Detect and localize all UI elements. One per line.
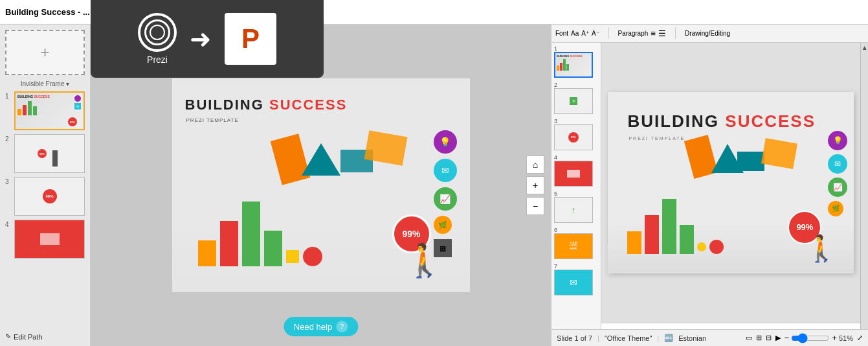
slide-thumb-4[interactable]: 4 xyxy=(5,220,85,259)
paragraph-group: Paragraph ≡ ☰ xyxy=(618,29,666,38)
home-tool-button[interactable]: ⌂ xyxy=(526,156,544,174)
slide-strip: 1 BUILDING SUCCESS xyxy=(551,43,601,346)
ppt-red-dot xyxy=(709,240,724,254)
status-right: ▭ ⊞ ⊟ ▶ − + 51% ⤢ xyxy=(746,333,863,343)
right-panel: Font Aa A⁺ A⁻ Paragraph ≡ ☰ Drawing/Edit… xyxy=(551,25,868,346)
arrow-right-icon: ➜ xyxy=(190,24,212,54)
float-icons: 💡 ✉ 📈 🌿 ▦ xyxy=(434,130,457,257)
strip-thumb-1[interactable]: 1 BUILDING SUCCESS xyxy=(554,45,598,78)
paragraph-label: Paragraph xyxy=(618,30,649,37)
status-bar: Slide 1 of 7 | "Office Theme" | 🔤 Estoni… xyxy=(551,329,868,346)
ppt-title-black: BUILDING xyxy=(627,111,719,131)
strip-num-5: 5 xyxy=(554,190,598,197)
strip-thumb-4[interactable]: 4 xyxy=(554,154,598,187)
zoom-in-status-btn[interactable]: + xyxy=(832,333,837,343)
chart-bars xyxy=(198,202,322,266)
ppt-slide-subtitle: PREZI TEMPLATE xyxy=(629,136,685,141)
zoom-out-button[interactable]: − xyxy=(526,197,544,215)
ppt-purple-icon: 💡 xyxy=(828,131,847,150)
font-shrink-btn[interactable]: A⁻ xyxy=(592,30,599,37)
strip-num-4: 4 xyxy=(554,154,598,161)
font-size-btn[interactable]: Aa xyxy=(571,30,579,37)
prezi-wheel-icon xyxy=(138,13,177,52)
slide-thumb-1[interactable]: 1 BUILDING SUCCESS ✉ xyxy=(5,91,85,130)
invisible-frame-box[interactable]: + xyxy=(5,30,85,75)
ppt-yellow-dot xyxy=(697,242,706,251)
need-help-label: Need help xyxy=(294,322,332,332)
thumb-img-2: 99% xyxy=(14,134,85,173)
teal-triangle-shape xyxy=(302,143,340,176)
thumb-img-4 xyxy=(14,220,85,259)
slide-thumb-2[interactable]: 2 99% xyxy=(5,134,85,173)
slideshow-btn[interactable]: ▶ xyxy=(775,334,781,342)
teal-email-icon: ✉ xyxy=(434,159,457,182)
canvas-toolbar: ⌂ + − xyxy=(526,156,544,215)
ppt-main-title: BUILDING SUCCESS xyxy=(627,111,816,132)
slide-num-4: 4 xyxy=(5,221,12,228)
strip-img-4 xyxy=(554,161,593,187)
ppt-orange-icon: 🌿 xyxy=(828,201,843,216)
ppt-bar-4 xyxy=(680,225,694,254)
yellow-dot xyxy=(286,250,299,263)
strip-thumb-6[interactable]: 6 YOURLOGOHERE xyxy=(554,227,598,259)
zoom-control: − + 51% xyxy=(785,333,853,343)
zoom-slider[interactable] xyxy=(791,333,830,343)
thumb-img-1: BUILDING SUCCESS ✉ 99% xyxy=(14,91,85,130)
prezi-wheel-inner xyxy=(144,19,170,45)
strip-num-3: 3 xyxy=(554,118,598,124)
normal-view-btn[interactable]: ▭ xyxy=(746,334,752,342)
zoom-percent: 51% xyxy=(839,334,853,342)
title-black: BUILDING xyxy=(185,97,264,113)
strip-thumb-7[interactable]: 7 ✉ xyxy=(554,263,598,295)
edit-path-button[interactable]: ✎ Edit Path xyxy=(5,332,43,341)
ppt-person-figure: 🚶 xyxy=(805,233,838,264)
bar-1 xyxy=(198,240,216,266)
ppt-bar-3 xyxy=(662,199,676,254)
ppt-chart-bars xyxy=(627,199,724,254)
ppt-main: BUILDING SUCCESS PREZI TEMPLATE xyxy=(601,43,860,346)
zoom-out-status-btn[interactable]: − xyxy=(785,333,790,343)
list-btn[interactable]: ☰ xyxy=(658,29,666,38)
add-frame-icon: + xyxy=(40,43,49,62)
home-icon: ⌂ xyxy=(533,159,538,170)
zoom-in-button[interactable]: + xyxy=(526,176,544,194)
edit-path-label: Edit Path xyxy=(14,333,43,341)
ppt-orange-rect-2 xyxy=(761,138,797,169)
slide-info: Slide 1 of 7 xyxy=(557,334,592,342)
grid-view-btn[interactable]: ⊞ xyxy=(756,334,762,342)
font-grow-btn[interactable]: A⁺ xyxy=(581,30,589,37)
prezi-logo: Prezi xyxy=(138,13,177,65)
slide-main-title: BUILDING SUCCESS xyxy=(185,98,348,112)
ppt-logo-box: P xyxy=(225,13,276,65)
align-btn[interactable]: ≡ xyxy=(651,29,656,38)
language: Estonian xyxy=(678,334,706,342)
strip-num-7: 7 xyxy=(554,263,598,270)
slide-thumb-3[interactable]: 3 99% xyxy=(5,177,85,216)
strip-thumb-3[interactable]: 3 99% xyxy=(554,118,598,150)
fit-window-btn[interactable]: ⤢ xyxy=(857,334,863,342)
strip-img-7: ✉ xyxy=(554,270,593,295)
ppt-title-red: SUCCESS xyxy=(725,111,816,131)
ppt-email-icon: ✉ xyxy=(828,154,847,174)
strip-img-5: ↑ xyxy=(554,197,593,223)
prezi-label: Prezi xyxy=(147,54,168,65)
app-title: Building Success - ... xyxy=(5,7,90,17)
slide-num-2: 2 xyxy=(5,135,12,143)
reading-view-btn[interactable]: ⊟ xyxy=(766,334,772,342)
status-sep-1: | xyxy=(597,334,599,342)
font-label: Font xyxy=(555,30,568,37)
strip-thumb-5[interactable]: 5 ↑ xyxy=(554,190,598,223)
strip-img-1: BUILDING SUCCESS xyxy=(554,52,593,78)
title-bar: Building Success - ... ◀ ▶ 💾 All changes… xyxy=(0,0,868,25)
ppt-slide: BUILDING SUCCESS PREZI TEMPLATE xyxy=(608,92,854,273)
scroll-up-arrow[interactable]: ▲ xyxy=(862,44,868,51)
ppt-letter: P xyxy=(241,23,260,54)
invisible-frame-label: Invisible Frame ▾ xyxy=(5,80,85,87)
need-help-button[interactable]: Need help ? xyxy=(284,317,358,336)
right-scrollbar[interactable]: ▲ ▼ xyxy=(860,43,868,346)
strip-thumb-2[interactable]: 2 ⚙ xyxy=(554,82,598,114)
title-red: SUCCESS xyxy=(269,97,347,113)
ribbon-sep-1 xyxy=(608,27,609,39)
thumb-img-3: 99% xyxy=(14,177,85,216)
ppt-ribbon: Font Aa A⁺ A⁻ Paragraph ≡ ☰ Drawing/Edit… xyxy=(551,25,868,43)
